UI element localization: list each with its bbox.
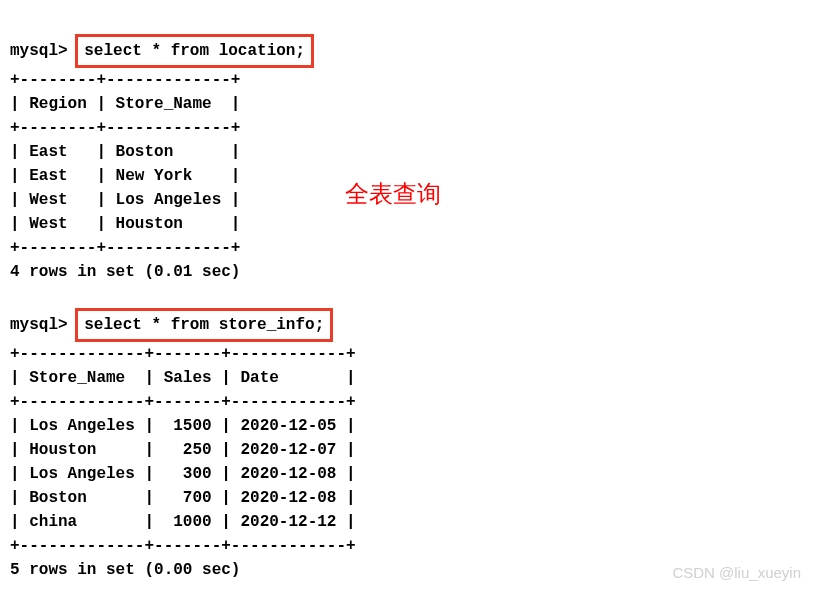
table1-border-bottom: +--------+-------------+ (10, 239, 240, 257)
table2-footer: 5 rows in set (0.00 sec) (10, 561, 240, 579)
table1-header: | Region | Store_Name | (10, 95, 240, 113)
sql-query-2-highlight: select * from store_info; (75, 308, 333, 342)
mysql-prompt-2: mysql> (10, 316, 68, 334)
table2-border-top: +-------------+-------+------------+ (10, 345, 356, 363)
table1-border-top: +--------+-------------+ (10, 71, 240, 89)
table1-row: | East | New York | (10, 167, 240, 185)
sql-query-1: select * from location; (84, 42, 305, 60)
table2-row: | Houston | 250 | 2020-12-07 | (10, 441, 356, 459)
table2-row: | Boston | 700 | 2020-12-08 | (10, 489, 356, 507)
table1-footer: 4 rows in set (0.01 sec) (10, 263, 240, 281)
sql-query-1-highlight: select * from location; (75, 34, 314, 68)
table2-border-mid: +-------------+-------+------------+ (10, 393, 356, 411)
table2-header: | Store_Name | Sales | Date | (10, 369, 356, 387)
table2-row: | Los Angeles | 1500 | 2020-12-05 | (10, 417, 356, 435)
table2-border-bottom: +-------------+-------+------------+ (10, 537, 356, 555)
table2-row: | Los Angeles | 300 | 2020-12-08 | (10, 465, 356, 483)
table2-row: | china | 1000 | 2020-12-12 | (10, 513, 356, 531)
table1-row: | West | Houston | (10, 215, 240, 233)
table1-border-mid: +--------+-------------+ (10, 119, 240, 137)
table1-row: | West | Los Angeles | (10, 191, 240, 209)
sql-query-2: select * from store_info; (84, 316, 324, 334)
watermark-text: CSDN @liu_xueyin (672, 564, 801, 581)
mysql-prompt-1: mysql> (10, 42, 68, 60)
annotation-label: 全表查询 (345, 178, 441, 210)
table1-row: | East | Boston | (10, 143, 240, 161)
terminal-output: mysql> select * from location; +--------… (10, 10, 803, 582)
